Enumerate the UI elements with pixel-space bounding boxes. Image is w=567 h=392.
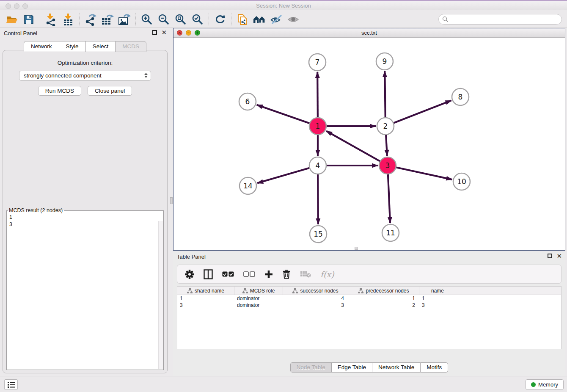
status-bar: Memory — [0, 376, 567, 392]
network-window-title: scc.txt — [173, 30, 565, 36]
first-neighbors-button[interactable] — [251, 12, 268, 27]
column-header-shared-name[interactable]: shared name — [177, 287, 234, 295]
toolbar-separator — [135, 13, 136, 26]
memory-button[interactable]: Memory — [526, 379, 564, 390]
cell-name[interactable]: 1 — [419, 295, 456, 302]
function-builder-button[interactable]: f(x) — [320, 270, 334, 279]
main-toolbar — [0, 11, 567, 28]
zoom-fit-button[interactable] — [172, 12, 189, 27]
delete-column-button[interactable] — [282, 269, 291, 279]
svg-text:11: 11 — [386, 229, 395, 237]
save-session-button[interactable] — [20, 12, 37, 27]
cell-shared-name[interactable]: 1 — [177, 295, 234, 302]
network-canvas[interactable]: 7968124314101511 — [173, 38, 565, 250]
open-session-button[interactable] — [3, 12, 20, 27]
deselect-all-button[interactable] — [243, 271, 255, 277]
add-column-button[interactable] — [264, 270, 273, 279]
table-row[interactable]: 1 dominator 4 1 1 — [177, 295, 561, 302]
show-all-button[interactable] — [285, 12, 302, 27]
cell-successor-nodes[interactable]: 3 — [283, 302, 348, 309]
graph-node-7: 7 — [309, 54, 326, 71]
tab-mcds[interactable]: MCDS — [115, 41, 146, 52]
clone-network-button[interactable] — [234, 12, 251, 27]
vertical-splitter[interactable] — [170, 28, 173, 376]
task-history-button[interactable] — [4, 379, 18, 390]
cell-successor-nodes[interactable]: 4 — [283, 295, 348, 302]
tab-edge-table[interactable]: Edge Table — [331, 362, 372, 373]
show-columns-button[interactable] — [204, 269, 213, 279]
column-header-mcds-role[interactable]: MCDS role — [234, 287, 283, 295]
table-row[interactable]: 3 dominator 3 2 3 — [177, 302, 561, 309]
result-scrollbar[interactable] — [158, 221, 163, 369]
cell-shared-name[interactable]: 3 — [177, 302, 234, 309]
search-input[interactable] — [438, 14, 562, 25]
export-image-icon — [118, 13, 131, 26]
export-network-icon — [84, 13, 97, 26]
table-panel-tabs: Node Table Edge Table Network Table Moti… — [173, 362, 565, 373]
graph-node-1: 1 — [309, 118, 326, 135]
float-table-panel-icon[interactable] — [548, 254, 552, 258]
close-table-panel-icon[interactable]: ✕ — [556, 254, 562, 258]
zoom-selected-button[interactable] — [189, 12, 206, 27]
svg-text:10: 10 — [457, 177, 466, 186]
refresh-layout-button[interactable] — [212, 12, 228, 27]
column-header-successor-nodes[interactable]: successor nodes — [283, 287, 348, 295]
zoom-out-button[interactable] — [155, 12, 172, 27]
splitter-grip[interactable] — [170, 197, 173, 204]
tab-network[interactable]: Network — [24, 41, 59, 52]
tab-style[interactable]: Style — [59, 41, 85, 52]
refresh-icon — [214, 14, 226, 25]
canvas-scroll-grip[interactable] — [355, 247, 358, 250]
checked-boxes-icon — [222, 271, 234, 277]
houses-icon — [253, 14, 266, 25]
cell-mcds-role[interactable]: dominator — [234, 295, 283, 302]
table-panel-header: Table Panel ✕ — [173, 251, 565, 262]
graph-node-14: 14 — [239, 177, 256, 194]
svg-text:15: 15 — [314, 230, 323, 238]
graph-node-15: 15 — [310, 226, 327, 243]
column-header-name[interactable]: name — [419, 287, 456, 295]
node-table: shared name MCDS role successor nodes pr… — [177, 286, 561, 349]
export-table-button[interactable] — [99, 12, 116, 27]
column-header-predecessor-nodes[interactable]: predecessor nodes — [348, 287, 419, 295]
run-mcds-button[interactable]: Run MCDS — [38, 86, 81, 96]
mcds-result-title: MCDS result (2 nodes) — [8, 207, 64, 213]
select-all-button[interactable] — [222, 271, 234, 277]
zoom-fit-icon — [175, 14, 187, 25]
import-table-button[interactable] — [60, 12, 77, 27]
application-window: Session: New Session — [0, 0, 567, 392]
zoom-in-button[interactable] — [138, 12, 155, 27]
cell-mcds-role[interactable]: dominator — [234, 302, 283, 309]
close-panel-button[interactable]: Close panel — [88, 86, 132, 96]
export-image-button[interactable] — [116, 12, 133, 27]
cell-predecessor-nodes[interactable]: 1 — [348, 295, 419, 302]
network-window-titlebar[interactable]: ✕ − + scc.txt — [173, 28, 565, 38]
control-panel-header: Control Panel ✕ — [0, 28, 170, 39]
cell-name[interactable]: 3 — [419, 302, 456, 309]
edge-4-14 — [257, 166, 318, 183]
svg-text:9: 9 — [383, 57, 387, 66]
session-title: Session: New Session — [0, 3, 567, 9]
network-view-window: ✕ − + scc.txt 7968124314101511 — [173, 28, 565, 251]
tab-motifs[interactable]: Motifs — [420, 362, 448, 373]
float-panel-icon[interactable] — [152, 30, 157, 35]
delete-table-button[interactable] — [300, 271, 311, 278]
criterion-dropdown[interactable]: strongly connected component — [19, 71, 151, 81]
hide-selected-button[interactable] — [268, 12, 285, 27]
tab-node-table[interactable]: Node Table — [290, 362, 331, 373]
import-network-button[interactable] — [43, 12, 60, 27]
export-network-button[interactable] — [82, 12, 99, 27]
close-panel-icon[interactable]: ✕ — [161, 30, 167, 35]
open-folder-icon — [6, 14, 18, 25]
toolbar-separator — [40, 13, 40, 26]
cell-predecessor-nodes[interactable]: 2 — [348, 302, 419, 309]
table-settings-button[interactable] — [185, 270, 194, 279]
gear-icon — [185, 270, 194, 279]
criterion-dropdown-value: strongly connected component — [24, 72, 102, 79]
tab-network-table[interactable]: Network Table — [372, 362, 420, 373]
memory-status-icon — [531, 382, 536, 387]
search-icon — [442, 16, 449, 22]
graph-node-10: 10 — [453, 173, 470, 190]
tab-select[interactable]: Select — [85, 41, 116, 52]
memory-label: Memory — [538, 381, 558, 388]
